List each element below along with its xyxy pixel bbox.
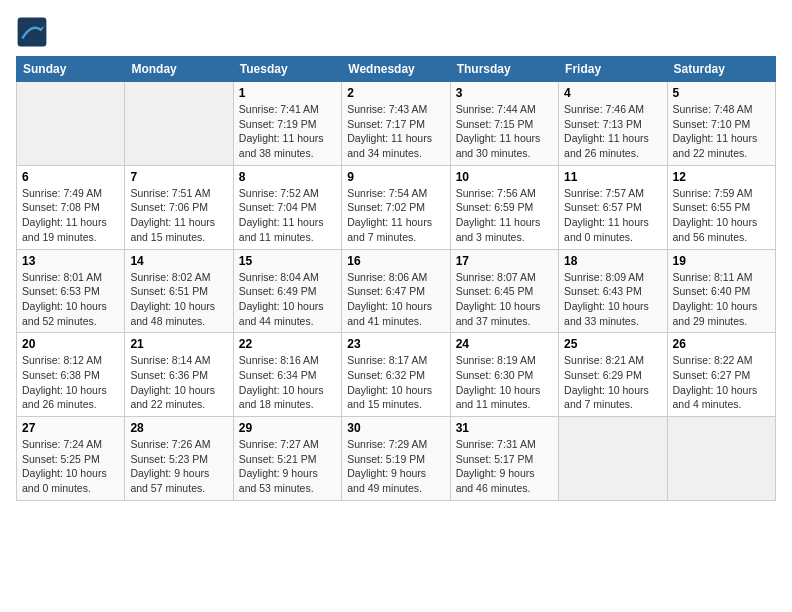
calendar-cell: 15Sunrise: 8:04 AM Sunset: 6:49 PM Dayli…	[233, 249, 341, 333]
day-number: 8	[239, 170, 336, 184]
cell-info: Sunrise: 7:56 AM Sunset: 6:59 PM Dayligh…	[456, 186, 553, 245]
calendar-cell: 20Sunrise: 8:12 AM Sunset: 6:38 PM Dayli…	[17, 333, 125, 417]
day-number: 12	[673, 170, 770, 184]
cell-info: Sunrise: 8:07 AM Sunset: 6:45 PM Dayligh…	[456, 270, 553, 329]
day-number: 16	[347, 254, 444, 268]
day-number: 10	[456, 170, 553, 184]
calendar-cell: 16Sunrise: 8:06 AM Sunset: 6:47 PM Dayli…	[342, 249, 450, 333]
day-number: 11	[564, 170, 661, 184]
cell-info: Sunrise: 8:16 AM Sunset: 6:34 PM Dayligh…	[239, 353, 336, 412]
cell-info: Sunrise: 8:09 AM Sunset: 6:43 PM Dayligh…	[564, 270, 661, 329]
calendar-cell	[559, 417, 667, 501]
cell-info: Sunrise: 8:06 AM Sunset: 6:47 PM Dayligh…	[347, 270, 444, 329]
cell-info: Sunrise: 8:01 AM Sunset: 6:53 PM Dayligh…	[22, 270, 119, 329]
calendar-cell: 7Sunrise: 7:51 AM Sunset: 7:06 PM Daylig…	[125, 165, 233, 249]
day-number: 24	[456, 337, 553, 351]
page-header	[16, 16, 776, 48]
day-number: 2	[347, 86, 444, 100]
calendar-cell	[17, 82, 125, 166]
calendar-cell: 4Sunrise: 7:46 AM Sunset: 7:13 PM Daylig…	[559, 82, 667, 166]
day-number: 3	[456, 86, 553, 100]
cell-info: Sunrise: 7:48 AM Sunset: 7:10 PM Dayligh…	[673, 102, 770, 161]
cell-info: Sunrise: 7:54 AM Sunset: 7:02 PM Dayligh…	[347, 186, 444, 245]
day-number: 14	[130, 254, 227, 268]
cell-info: Sunrise: 8:22 AM Sunset: 6:27 PM Dayligh…	[673, 353, 770, 412]
day-number: 30	[347, 421, 444, 435]
cell-info: Sunrise: 7:51 AM Sunset: 7:06 PM Dayligh…	[130, 186, 227, 245]
day-number: 25	[564, 337, 661, 351]
cell-info: Sunrise: 7:59 AM Sunset: 6:55 PM Dayligh…	[673, 186, 770, 245]
calendar-cell: 24Sunrise: 8:19 AM Sunset: 6:30 PM Dayli…	[450, 333, 558, 417]
cell-info: Sunrise: 7:29 AM Sunset: 5:19 PM Dayligh…	[347, 437, 444, 496]
calendar-cell: 25Sunrise: 8:21 AM Sunset: 6:29 PM Dayli…	[559, 333, 667, 417]
day-number: 19	[673, 254, 770, 268]
weekday-header: Friday	[559, 57, 667, 82]
day-number: 9	[347, 170, 444, 184]
weekday-header: Sunday	[17, 57, 125, 82]
cell-info: Sunrise: 8:04 AM Sunset: 6:49 PM Dayligh…	[239, 270, 336, 329]
cell-info: Sunrise: 7:43 AM Sunset: 7:17 PM Dayligh…	[347, 102, 444, 161]
cell-info: Sunrise: 7:57 AM Sunset: 6:57 PM Dayligh…	[564, 186, 661, 245]
cell-info: Sunrise: 7:31 AM Sunset: 5:17 PM Dayligh…	[456, 437, 553, 496]
calendar-cell: 23Sunrise: 8:17 AM Sunset: 6:32 PM Dayli…	[342, 333, 450, 417]
day-number: 18	[564, 254, 661, 268]
calendar-cell: 28Sunrise: 7:26 AM Sunset: 5:23 PM Dayli…	[125, 417, 233, 501]
calendar-cell: 12Sunrise: 7:59 AM Sunset: 6:55 PM Dayli…	[667, 165, 775, 249]
calendar-cell: 6Sunrise: 7:49 AM Sunset: 7:08 PM Daylig…	[17, 165, 125, 249]
logo-icon	[16, 16, 48, 48]
calendar-cell: 21Sunrise: 8:14 AM Sunset: 6:36 PM Dayli…	[125, 333, 233, 417]
calendar-cell: 3Sunrise: 7:44 AM Sunset: 7:15 PM Daylig…	[450, 82, 558, 166]
cell-info: Sunrise: 7:44 AM Sunset: 7:15 PM Dayligh…	[456, 102, 553, 161]
cell-info: Sunrise: 8:14 AM Sunset: 6:36 PM Dayligh…	[130, 353, 227, 412]
cell-info: Sunrise: 8:19 AM Sunset: 6:30 PM Dayligh…	[456, 353, 553, 412]
day-number: 23	[347, 337, 444, 351]
day-number: 27	[22, 421, 119, 435]
day-number: 17	[456, 254, 553, 268]
calendar-week-row: 20Sunrise: 8:12 AM Sunset: 6:38 PM Dayli…	[17, 333, 776, 417]
cell-info: Sunrise: 7:46 AM Sunset: 7:13 PM Dayligh…	[564, 102, 661, 161]
calendar-cell: 8Sunrise: 7:52 AM Sunset: 7:04 PM Daylig…	[233, 165, 341, 249]
cell-info: Sunrise: 8:02 AM Sunset: 6:51 PM Dayligh…	[130, 270, 227, 329]
cell-info: Sunrise: 8:17 AM Sunset: 6:32 PM Dayligh…	[347, 353, 444, 412]
calendar-cell: 1Sunrise: 7:41 AM Sunset: 7:19 PM Daylig…	[233, 82, 341, 166]
day-number: 20	[22, 337, 119, 351]
calendar-cell: 17Sunrise: 8:07 AM Sunset: 6:45 PM Dayli…	[450, 249, 558, 333]
cell-info: Sunrise: 7:52 AM Sunset: 7:04 PM Dayligh…	[239, 186, 336, 245]
day-number: 29	[239, 421, 336, 435]
calendar-cell: 26Sunrise: 8:22 AM Sunset: 6:27 PM Dayli…	[667, 333, 775, 417]
day-number: 31	[456, 421, 553, 435]
calendar-cell: 5Sunrise: 7:48 AM Sunset: 7:10 PM Daylig…	[667, 82, 775, 166]
calendar-cell: 18Sunrise: 8:09 AM Sunset: 6:43 PM Dayli…	[559, 249, 667, 333]
cell-info: Sunrise: 8:11 AM Sunset: 6:40 PM Dayligh…	[673, 270, 770, 329]
calendar-cell: 27Sunrise: 7:24 AM Sunset: 5:25 PM Dayli…	[17, 417, 125, 501]
weekday-header: Saturday	[667, 57, 775, 82]
calendar-cell: 2Sunrise: 7:43 AM Sunset: 7:17 PM Daylig…	[342, 82, 450, 166]
calendar-cell: 22Sunrise: 8:16 AM Sunset: 6:34 PM Dayli…	[233, 333, 341, 417]
day-number: 22	[239, 337, 336, 351]
day-number: 26	[673, 337, 770, 351]
calendar-cell: 19Sunrise: 8:11 AM Sunset: 6:40 PM Dayli…	[667, 249, 775, 333]
day-number: 7	[130, 170, 227, 184]
calendar-cell	[667, 417, 775, 501]
calendar-cell: 11Sunrise: 7:57 AM Sunset: 6:57 PM Dayli…	[559, 165, 667, 249]
calendar-week-row: 13Sunrise: 8:01 AM Sunset: 6:53 PM Dayli…	[17, 249, 776, 333]
calendar-cell: 14Sunrise: 8:02 AM Sunset: 6:51 PM Dayli…	[125, 249, 233, 333]
calendar-cell	[125, 82, 233, 166]
calendar-table: SundayMondayTuesdayWednesdayThursdayFrid…	[16, 56, 776, 501]
day-number: 13	[22, 254, 119, 268]
cell-info: Sunrise: 8:12 AM Sunset: 6:38 PM Dayligh…	[22, 353, 119, 412]
calendar-week-row: 27Sunrise: 7:24 AM Sunset: 5:25 PM Dayli…	[17, 417, 776, 501]
day-number: 6	[22, 170, 119, 184]
cell-info: Sunrise: 7:24 AM Sunset: 5:25 PM Dayligh…	[22, 437, 119, 496]
calendar-cell: 10Sunrise: 7:56 AM Sunset: 6:59 PM Dayli…	[450, 165, 558, 249]
calendar-header: SundayMondayTuesdayWednesdayThursdayFrid…	[17, 57, 776, 82]
calendar-cell: 29Sunrise: 7:27 AM Sunset: 5:21 PM Dayli…	[233, 417, 341, 501]
weekday-header: Tuesday	[233, 57, 341, 82]
weekday-header: Thursday	[450, 57, 558, 82]
svg-rect-0	[18, 18, 47, 47]
calendar-cell: 13Sunrise: 8:01 AM Sunset: 6:53 PM Dayli…	[17, 249, 125, 333]
cell-info: Sunrise: 7:26 AM Sunset: 5:23 PM Dayligh…	[130, 437, 227, 496]
cell-info: Sunrise: 7:41 AM Sunset: 7:19 PM Dayligh…	[239, 102, 336, 161]
calendar-week-row: 1Sunrise: 7:41 AM Sunset: 7:19 PM Daylig…	[17, 82, 776, 166]
cell-info: Sunrise: 7:27 AM Sunset: 5:21 PM Dayligh…	[239, 437, 336, 496]
